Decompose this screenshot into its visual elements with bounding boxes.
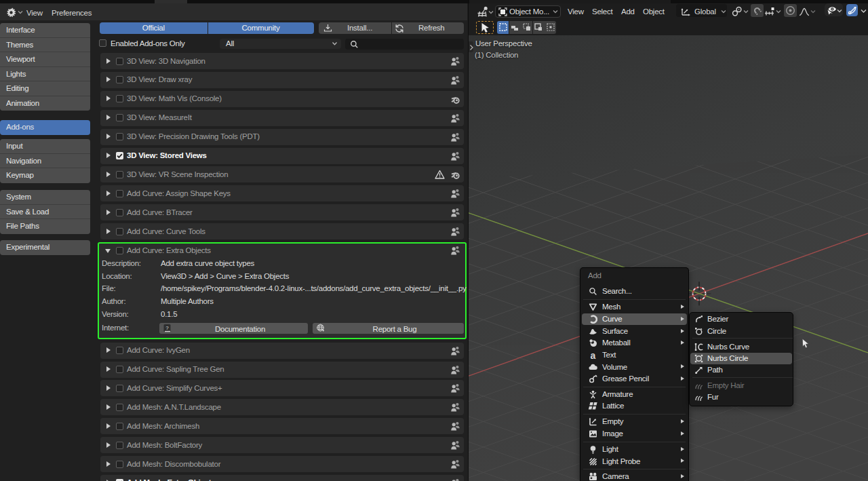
svg-text:a: a [591,351,596,360]
svg-text:?: ? [165,325,169,331]
